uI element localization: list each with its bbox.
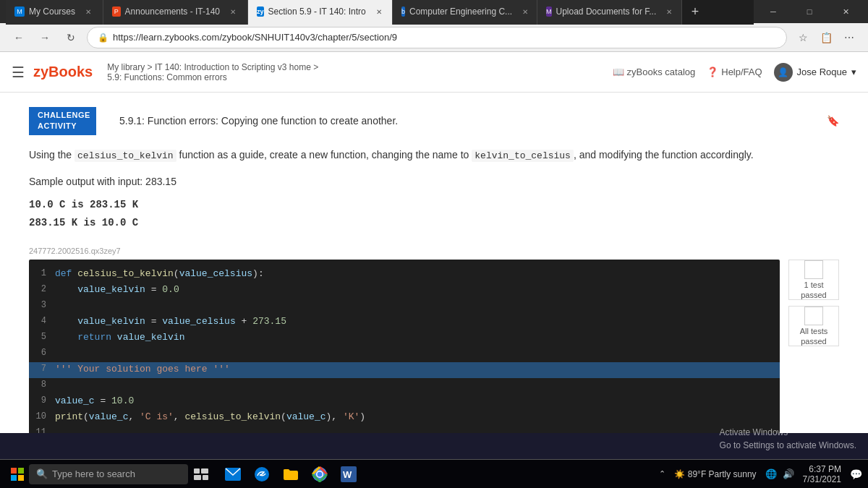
tab-label-5: Upload Documents for F... <box>556 7 657 17</box>
minimize-button[interactable]: ─ <box>757 0 790 23</box>
settings-icon[interactable]: ⋯ <box>839 27 859 48</box>
taskbar-sys-tray: 🌐 🔊 <box>765 468 794 479</box>
sample-label: Sample output with input: 283.15 <box>29 176 839 187</box>
code-id: 247772.2002516.qx3zey7 <box>29 247 839 255</box>
back-button[interactable]: ← <box>9 27 29 48</box>
sample-output: 10.0 C is 283.15 K 283.15 K is 10.0 C <box>29 196 839 232</box>
network-icon[interactable]: 🌐 <box>765 468 777 479</box>
tab-announcements[interactable]: P Announcements - IT-140 ✕ <box>103 0 248 25</box>
menu-icon[interactable]: ☰ <box>12 64 25 81</box>
taskbar-task-view[interactable] <box>188 460 214 489</box>
taskbar-chrome[interactable] <box>307 460 333 489</box>
collections-icon[interactable]: 📋 <box>816 27 836 48</box>
breadcrumb: My library > IT 140: Introduction to Scr… <box>107 62 612 82</box>
zybooks-catalog-button[interactable]: 📖 zyBooks catalog <box>613 67 696 77</box>
one-test-passed-button[interactable]: 1 test passed <box>788 260 839 300</box>
tab-close-4[interactable]: ✕ <box>519 7 531 17</box>
code-line-2: 2 value_kelvin = 0.0 <box>29 283 780 299</box>
tab-my-courses[interactable]: M My Courses ✕ <box>6 0 103 25</box>
svg-rect-0 <box>11 468 17 474</box>
address-bar: ← → ↻ 🔒 https://learn.zybooks.com/zybook… <box>0 23 868 52</box>
tab-computer-engineering[interactable]: b Computer Engineering C... ✕ <box>393 0 537 25</box>
tab-label-4: Computer Engineering C... <box>409 7 512 17</box>
taskbar-app-icons: W <box>220 460 362 489</box>
title-bar: M My Courses ✕ P Announcements - IT-140 … <box>0 0 868 23</box>
user-avatar: 👤 <box>774 63 793 82</box>
bookmark-icon[interactable]: 🔖 <box>827 115 839 127</box>
activate-line1: Activate Windows <box>720 426 856 439</box>
tab-close-1[interactable]: ✕ <box>82 7 94 17</box>
user-menu-button[interactable]: 👤 Jose Roque ▾ <box>774 63 856 82</box>
test-1-icon <box>804 260 823 279</box>
tab-upload-documents[interactable]: M Upload Documents for F... ✕ <box>537 0 682 25</box>
forward-button[interactable]: → <box>35 27 55 48</box>
challenge-header: CHALLENGE ACTIVITY 5.9.1: Function error… <box>29 107 839 135</box>
code-line-5: 5 return value_kelvin <box>29 330 780 346</box>
taskbar-clock: 6:37 PM 7/31/2021 <box>803 464 841 484</box>
code-line-7: 7 ''' Your solution goes here ''' <box>29 362 780 378</box>
taskbar-right: ⌃ ☀️ 89°F Partly sunny 🌐 🔊 6:37 PM 7/31/… <box>659 464 862 484</box>
code-editor[interactable]: 1 def celsius_to_kelvin(value_celsius): … <box>29 260 780 433</box>
favorites-icon[interactable]: ☆ <box>793 27 813 48</box>
breadcrumb-current: 5.9: Functions: Common errors <box>107 72 226 82</box>
test-2-icon <box>804 307 823 325</box>
notification-icon[interactable]: 💬 <box>850 468 862 480</box>
tab-icon-4: b <box>401 7 405 17</box>
code-editor-container: 1 def celsius_to_kelvin(value_celsius): … <box>29 260 839 433</box>
code-line-3: 3 <box>29 299 780 314</box>
code-line-10: 10 print(value_c, 'C is', celsius_to_kel… <box>29 410 780 426</box>
test-2-label-1: All tests <box>800 327 828 335</box>
taskbar-edge[interactable] <box>249 460 275 489</box>
tab-close-3[interactable]: ✕ <box>373 7 385 17</box>
tab-icon-5: M <box>546 7 552 17</box>
code-line-1: 1 def celsius_to_kelvin(value_celsius): <box>29 267 780 283</box>
svg-rect-5 <box>201 468 208 474</box>
test-2-label-2: passed <box>801 337 826 346</box>
svg-rect-7 <box>203 475 208 480</box>
taskbar-sys-icons: ⌃ <box>659 469 665 479</box>
all-tests-passed-button[interactable]: All tests passed <box>788 306 839 346</box>
help-faq-button[interactable]: ❓ Help/FAQ <box>707 67 762 77</box>
instruction-text: Using the celsius_to_kelvin function as … <box>29 147 839 164</box>
clock-time: 6:37 PM <box>803 464 841 474</box>
lock-icon: 🔒 <box>98 33 109 43</box>
taskbar-explorer[interactable] <box>278 460 304 489</box>
tab-icon-2: P <box>112 7 121 17</box>
zybooks-header: ☰ zyBooks My library > IT 140: Introduct… <box>0 52 868 93</box>
taskbar-mail[interactable] <box>220 460 246 489</box>
test-1-label-2: passed <box>801 291 826 299</box>
up-arrow-icon[interactable]: ⌃ <box>659 469 665 479</box>
code-line-6: 6 <box>29 346 780 362</box>
taskbar-word[interactable]: W <box>336 460 362 489</box>
weather-icon: ☀️ <box>674 469 685 479</box>
svg-rect-3 <box>18 475 24 481</box>
taskbar-weather: ☀️ 89°F Partly sunny <box>674 469 757 479</box>
code-line-8: 8 <box>29 378 780 394</box>
new-tab-button[interactable]: + <box>682 0 708 25</box>
refresh-button[interactable]: ↻ <box>61 27 81 48</box>
taskbar: 🔍 Type here to search <box>0 459 868 488</box>
content-body: Using the celsius_to_kelvin function as … <box>29 147 839 433</box>
code-line-11: 11 <box>29 426 780 433</box>
svg-text:W: W <box>343 469 352 480</box>
weather-text: 89°F Partly sunny <box>688 469 757 479</box>
tab-icon-3: zy <box>257 7 264 17</box>
activate-line2: Go to Settings to activate Windows. <box>720 439 856 452</box>
tab-bar: M My Courses ✕ P Announcements - IT-140 … <box>6 0 754 25</box>
tab-close-2[interactable]: ✕ <box>227 7 239 17</box>
svg-rect-6 <box>194 475 201 480</box>
start-button[interactable] <box>6 463 29 486</box>
tab-close-5[interactable]: ✕ <box>663 7 675 17</box>
maximize-button[interactable]: □ <box>793 0 826 23</box>
tab-section59[interactable]: zy Section 5.9 - IT 140: Intro ✕ <box>248 0 393 25</box>
user-name: Jose Roque <box>797 67 847 77</box>
close-button[interactable]: ✕ <box>829 0 862 23</box>
code-line-9: 9 value_c = 10.0 <box>29 394 780 410</box>
sample-output-line2: 283.15 K is 10.0 C <box>29 214 839 232</box>
code-line-4: 4 value_kelvin = value_celsius + 273.15 <box>29 314 780 330</box>
url-input[interactable]: 🔒 https://learn.zybooks.com/zybook/SNHUI… <box>87 27 787 48</box>
taskbar-search[interactable]: 🔍 Type here to search <box>29 464 188 484</box>
test-1-label-1: 1 test <box>804 281 824 289</box>
catalog-icon: 📖 <box>613 67 624 77</box>
volume-icon[interactable]: 🔊 <box>783 468 794 479</box>
